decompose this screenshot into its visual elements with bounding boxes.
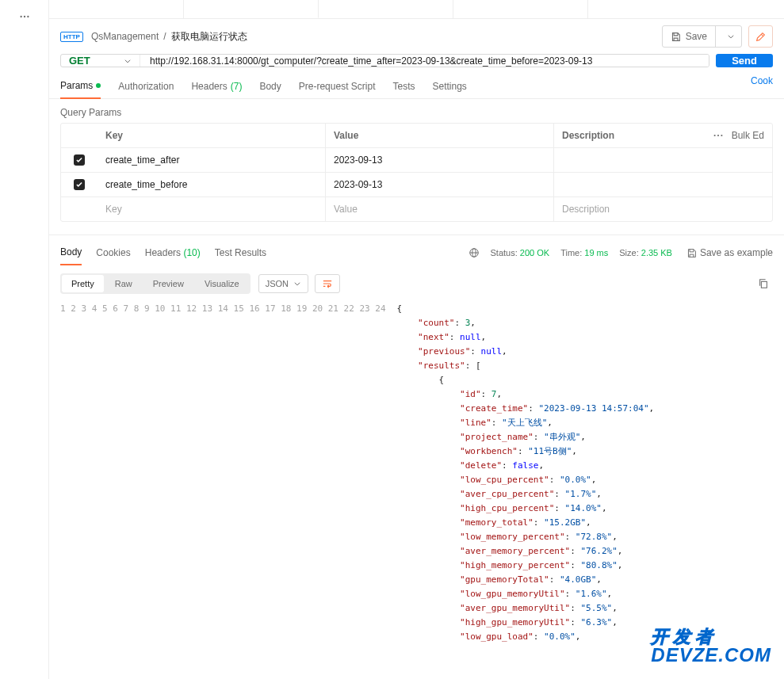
- query-params-table: Key Value Description Bulk Ed create_tim…: [60, 123, 773, 222]
- view-segmented: Pretty Raw Preview Visualize: [60, 273, 250, 294]
- line-gutter: 1 2 3 4 5 6 7 8 9 10 11 12 13 14 15 16 1…: [60, 302, 397, 671]
- save-icon: [686, 248, 697, 258]
- param-key[interactable]: create_time_after: [98, 148, 326, 172]
- table-row: create_time_after 2023-09-13: [61, 148, 772, 173]
- bulk-edit-link[interactable]: Bulk Ed: [732, 130, 764, 141]
- url-row: GET Send: [49, 54, 784, 75]
- svg-rect-8: [761, 281, 767, 288]
- view-visualize[interactable]: Visualize: [195, 275, 249, 292]
- table-row-new: Key Value Description: [61, 197, 772, 221]
- copy-button[interactable]: [754, 274, 773, 293]
- method-selector[interactable]: GET: [61, 55, 140, 67]
- tab-headers[interactable]: Headers (7): [191, 75, 242, 98]
- col-value: Value: [326, 124, 554, 147]
- save-dropdown[interactable]: [721, 28, 741, 45]
- send-button[interactable]: Send: [716, 54, 773, 67]
- tab-authorization[interactable]: Authorization: [118, 75, 174, 98]
- left-sidebar: [0, 0, 49, 679]
- breadcrumb-separator: /: [163, 31, 166, 42]
- params-indicator-dot: [96, 83, 101, 88]
- tab-blank-3[interactable]: [453, 0, 588, 18]
- save-icon: [671, 32, 681, 42]
- size-label: Size: 2.35 KB: [619, 248, 672, 257]
- tab-settings[interactable]: Settings: [433, 75, 467, 98]
- table-header-row: Key Value Description Bulk Ed: [61, 124, 772, 148]
- svg-point-1: [23, 16, 25, 17]
- edit-button[interactable]: [748, 25, 773, 48]
- response-status: Status: 200 OK Time: 19 ms Size: 2.35 KB: [468, 247, 672, 265]
- breadcrumb-request[interactable]: 获取电脑运行状态: [171, 30, 247, 44]
- format-selector[interactable]: JSON: [258, 274, 308, 293]
- view-raw[interactable]: Raw: [105, 275, 142, 292]
- col-key: Key: [98, 124, 326, 147]
- param-key[interactable]: create_time_before: [98, 173, 326, 196]
- save-label: Save: [686, 31, 707, 42]
- response-body[interactable]: 1 2 3 4 5 6 7 8 9 10 11 12 13 14 15 16 1…: [49, 302, 784, 679]
- resp-tab-headers[interactable]: Headers (10): [145, 247, 201, 265]
- breadcrumb-collection[interactable]: QsManagement: [91, 31, 159, 42]
- svg-point-3: [713, 135, 715, 136]
- svg-point-5: [721, 135, 722, 136]
- param-description[interactable]: [554, 173, 772, 196]
- tab-prerequest[interactable]: Pre-request Script: [299, 75, 376, 98]
- param-desc-placeholder[interactable]: Description: [554, 197, 772, 221]
- chevron-down-icon: [293, 280, 301, 288]
- request-header: HTTP QsManagement / 获取电脑运行状态 Save: [49, 19, 784, 54]
- svg-point-2: [27, 16, 29, 17]
- method-label: GET: [69, 55, 90, 67]
- main-panel: HTTP QsManagement / 获取电脑运行状态 Save: [49, 0, 784, 679]
- request-tabs: Params Authorization Headers (7) Body Pr…: [49, 75, 784, 99]
- tab-tests[interactable]: Tests: [392, 75, 415, 98]
- chevron-down-icon: [727, 32, 735, 40]
- param-value[interactable]: 2023-09-13: [326, 148, 554, 172]
- svg-point-0: [20, 16, 21, 17]
- request-tabstrip: [49, 0, 784, 19]
- wrap-lines-button[interactable]: [315, 274, 340, 293]
- url-box: GET: [60, 54, 709, 67]
- resp-tab-body[interactable]: Body: [60, 246, 82, 265]
- view-preview[interactable]: Preview: [143, 275, 193, 292]
- tab-current[interactable]: [184, 0, 319, 18]
- wrap-icon: [322, 279, 333, 288]
- col-description: Description Bulk Ed: [554, 124, 772, 147]
- param-value-placeholder[interactable]: Value: [326, 197, 554, 221]
- tab-blank-2[interactable]: [319, 0, 453, 18]
- chevron-down-icon: [124, 57, 132, 65]
- resp-tab-tests[interactable]: Test Results: [215, 247, 266, 265]
- row-checkbox[interactable]: [74, 179, 85, 190]
- query-params-label: Query Params: [49, 99, 784, 123]
- copy-icon: [758, 278, 769, 289]
- status-label: Status: 200 OK: [491, 248, 550, 257]
- param-key-placeholder[interactable]: Key: [98, 197, 326, 221]
- time-label: Time: 19 ms: [560, 248, 608, 257]
- pencil-icon: [755, 32, 766, 42]
- code-content[interactable]: { "count": 3, "next": null, "previous": …: [397, 302, 655, 671]
- url-input[interactable]: [140, 55, 709, 67]
- http-badge: HTTP: [60, 32, 83, 42]
- save-as-example[interactable]: Save as example: [686, 247, 773, 265]
- view-pretty[interactable]: Pretty: [62, 275, 104, 292]
- more-icon[interactable]: [14, 6, 35, 27]
- tab-params[interactable]: Params: [60, 75, 101, 99]
- resp-tab-cookies[interactable]: Cookies: [96, 247, 130, 265]
- row-checkbox[interactable]: [74, 154, 85, 166]
- more-icon[interactable]: [713, 130, 724, 141]
- globe-icon[interactable]: [468, 247, 480, 258]
- response-bar: Body Cookies Headers (10) Test Results S…: [49, 235, 784, 265]
- param-description[interactable]: [554, 148, 772, 172]
- tab-blank-1[interactable]: [49, 0, 184, 18]
- save-button[interactable]: Save: [662, 25, 742, 48]
- breadcrumb: QsManagement / 获取电脑运行状态: [91, 30, 247, 44]
- response-view-toolbar: Pretty Raw Preview Visualize JSON: [49, 265, 784, 302]
- svg-point-4: [717, 135, 719, 136]
- table-row: create_time_before 2023-09-13: [61, 173, 772, 197]
- param-value[interactable]: 2023-09-13: [326, 173, 554, 196]
- cookies-link[interactable]: Cook: [751, 75, 773, 98]
- tab-body[interactable]: Body: [259, 75, 281, 98]
